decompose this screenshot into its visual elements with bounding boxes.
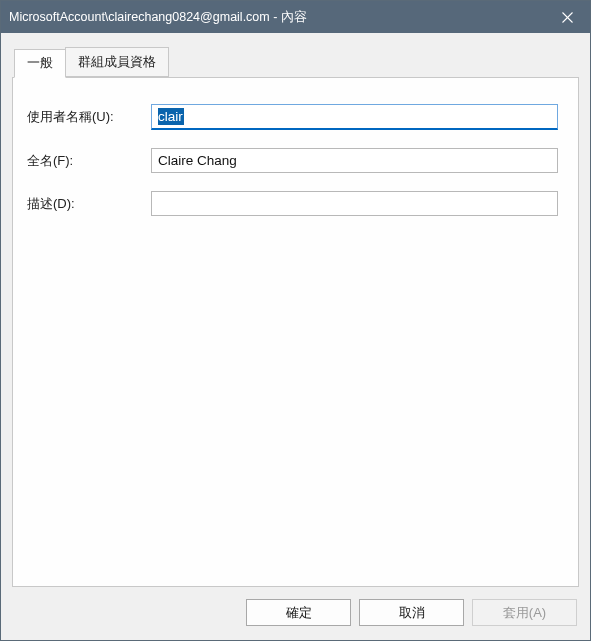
row-fullname: 全名(F): — [25, 148, 558, 173]
client-area: 一般 群組成員資格 使用者名稱(U): clair 全名(F): — [1, 33, 590, 640]
tab-general[interactable]: 一般 — [14, 49, 66, 78]
tab-label: 一般 — [27, 55, 53, 70]
cancel-button[interactable]: 取消 — [359, 599, 464, 626]
description-label: 描述(D): — [25, 195, 151, 213]
close-button[interactable] — [544, 1, 590, 33]
button-label: 確定 — [286, 605, 312, 620]
username-label: 使用者名稱(U): — [25, 108, 151, 126]
tab-group-membership[interactable]: 群組成員資格 — [65, 47, 169, 77]
window-title: MicrosoftAccount\clairechang0824@gmail.c… — [9, 9, 544, 26]
fullname-label: 全名(F): — [25, 152, 151, 170]
button-label: 套用(A) — [503, 605, 546, 620]
username-input[interactable] — [151, 104, 558, 130]
tab-strip: 一般 群組成員資格 — [14, 47, 579, 77]
row-username: 使用者名稱(U): clair — [25, 104, 558, 130]
description-input[interactable] — [151, 191, 558, 216]
titlebar: MicrosoftAccount\clairechang0824@gmail.c… — [1, 1, 590, 33]
tab-panel-general: 使用者名稱(U): clair 全名(F): 描述(D): — [12, 77, 579, 587]
apply-button: 套用(A) — [472, 599, 577, 626]
properties-dialog: MicrosoftAccount\clairechang0824@gmail.c… — [0, 0, 591, 641]
fullname-input[interactable] — [151, 148, 558, 173]
dialog-buttons: 確定 取消 套用(A) — [12, 587, 579, 628]
close-icon — [562, 12, 573, 23]
ok-button[interactable]: 確定 — [246, 599, 351, 626]
row-description: 描述(D): — [25, 191, 558, 216]
button-label: 取消 — [399, 605, 425, 620]
tab-label: 群組成員資格 — [78, 54, 156, 69]
